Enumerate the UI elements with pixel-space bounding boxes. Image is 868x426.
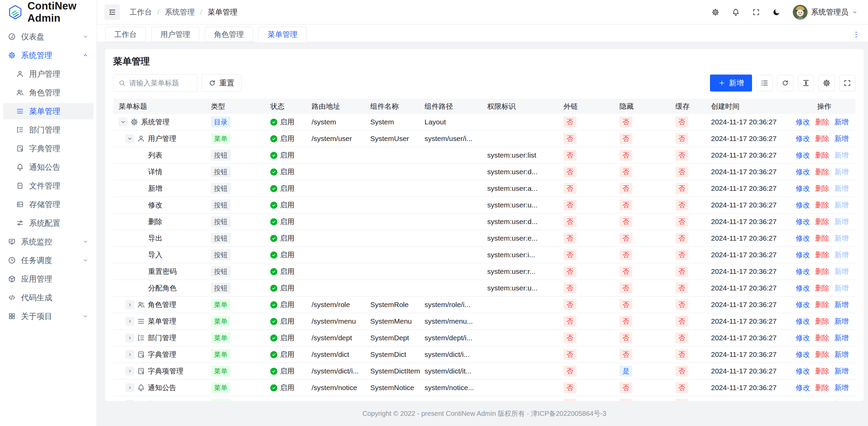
modify-link[interactable]: 修改 — [796, 184, 810, 193]
delete-link[interactable]: 删除 — [815, 366, 829, 376]
delete-link[interactable]: 删除 — [815, 167, 829, 177]
delete-link[interactable]: 删除 — [815, 283, 829, 293]
modify-link[interactable]: 修改 — [796, 117, 810, 127]
sidebar-item-notice[interactable]: 通知公告 — [3, 159, 94, 175]
status-label: 启用 — [280, 333, 294, 343]
modify-link[interactable]: 修改 — [796, 300, 810, 309]
delete-link[interactable]: 删除 — [815, 350, 829, 359]
sidebar-item-file[interactable]: 文件管理 — [3, 178, 94, 194]
sidebar-item-dept[interactable]: 部门管理 — [3, 122, 94, 138]
delete-link[interactable]: 删除 — [815, 184, 829, 193]
modify-link[interactable]: 修改 — [796, 167, 810, 177]
delete-link[interactable]: 删除 — [815, 250, 829, 260]
sidebar-item-codegen[interactable]: 代码生成 — [3, 289, 94, 306]
sidebar-collapse-button[interactable] — [104, 4, 120, 20]
modify-link[interactable]: 修改 — [796, 366, 810, 376]
breadcrumb-item[interactable]: 工作台 — [130, 7, 152, 17]
add-link[interactable]: 新增 — [834, 333, 849, 343]
expand-toggle[interactable] — [125, 134, 134, 143]
hidden-cell: 否 — [617, 266, 673, 277]
tab-角色管理[interactable]: 角色管理 — [205, 27, 253, 42]
expand-toggle[interactable] — [125, 367, 134, 376]
tab-工作台[interactable]: 工作台 — [105, 27, 146, 42]
sidebar-item-system[interactable]: 系统管理 — [3, 47, 94, 63]
tab-用户管理[interactable]: 用户管理 — [151, 27, 199, 42]
sidebar-item-config[interactable]: 系统配置 — [3, 215, 94, 231]
menu-title: 用户管理 — [148, 134, 176, 143]
delete-link[interactable]: 删除 — [815, 150, 829, 160]
table-settings-button[interactable] — [818, 75, 835, 91]
delete-link[interactable]: 删除 — [815, 267, 829, 276]
expand-toggle[interactable] — [125, 300, 134, 309]
status-badge: 启用 — [270, 184, 309, 193]
modify-link[interactable]: 修改 — [796, 283, 810, 293]
notifications-button[interactable] — [732, 8, 740, 16]
toolbar-right: 新增 — [710, 75, 855, 92]
modify-link[interactable]: 修改 — [796, 383, 810, 392]
sidebar-item-schedule[interactable]: 任务调度 — [3, 252, 94, 268]
tab-list-menu-button[interactable] — [852, 31, 860, 38]
add-link[interactable]: 新增 — [834, 117, 849, 127]
menu-title-cell: 菜单管理 — [113, 317, 208, 326]
modify-link[interactable]: 修改 — [796, 250, 810, 260]
add-link[interactable]: 新增 — [834, 317, 849, 326]
modify-link[interactable]: 修改 — [796, 400, 810, 401]
add-link[interactable]: 新增 — [834, 400, 849, 401]
expand-toggle[interactable] — [125, 333, 134, 342]
settings-button[interactable] — [711, 8, 719, 16]
modify-link[interactable]: 修改 — [796, 200, 810, 210]
delete-link[interactable]: 删除 — [815, 333, 829, 343]
theme-toggle-button[interactable] — [772, 8, 781, 16]
user-menu[interactable]: 系统管理员 — [793, 5, 858, 20]
sidebar-item-dict[interactable]: 字典管理 — [3, 140, 94, 157]
sidebar-item-menu[interactable]: 菜单管理 — [3, 103, 94, 119]
add-button[interactable]: 新增 — [710, 75, 752, 92]
sidebar-item-dashboard[interactable]: 仪表盘 — [3, 28, 94, 45]
modify-link[interactable]: 修改 — [796, 234, 810, 243]
add-link[interactable]: 新增 — [834, 366, 849, 376]
expand-toggle[interactable] — [119, 118, 127, 126]
delete-link[interactable]: 删除 — [815, 317, 829, 326]
refresh-table-button[interactable] — [777, 75, 793, 91]
status-cell: 启用 — [268, 267, 309, 276]
delete-link[interactable]: 删除 — [815, 400, 829, 401]
sidebar-item-app[interactable]: 应用管理 — [3, 271, 94, 287]
expand-toggle[interactable] — [125, 383, 134, 392]
tab-菜单管理[interactable]: 菜单管理 — [258, 27, 307, 42]
sidebar-item-role[interactable]: 角色管理 — [3, 84, 94, 101]
table-fullscreen-button[interactable] — [839, 75, 855, 91]
modify-link[interactable]: 修改 — [796, 134, 810, 143]
sidebar-item-monitor[interactable]: 系统监控 — [3, 234, 94, 250]
modify-link[interactable]: 修改 — [796, 217, 810, 226]
delete-link[interactable]: 删除 — [815, 200, 829, 210]
add-link[interactable]: 新增 — [834, 350, 849, 359]
list-view-button[interactable] — [756, 75, 773, 91]
delete-link[interactable]: 删除 — [815, 234, 829, 243]
expand-toggle[interactable] — [125, 400, 134, 401]
modify-link[interactable]: 修改 — [796, 350, 810, 359]
sidebar-item-about[interactable]: 关于项目 — [3, 308, 94, 324]
modify-link[interactable]: 修改 — [796, 267, 810, 276]
delete-link[interactable]: 删除 — [815, 117, 829, 127]
sidebar-item-storage[interactable]: 存储管理 — [3, 196, 94, 212]
expand-toggle[interactable] — [125, 350, 134, 359]
menu-title: 分配角色 — [148, 283, 177, 293]
row-height-button[interactable] — [798, 75, 814, 91]
add-link[interactable]: 新增 — [834, 300, 849, 309]
add-link[interactable]: 新增 — [834, 383, 849, 392]
search-input[interactable] — [129, 79, 192, 87]
status-badge: 启用 — [270, 383, 309, 392]
expand-toggle[interactable] — [125, 317, 134, 326]
modify-link[interactable]: 修改 — [796, 317, 810, 326]
delete-link[interactable]: 删除 — [815, 217, 829, 226]
modify-link[interactable]: 修改 — [796, 150, 810, 160]
delete-link[interactable]: 删除 — [815, 300, 829, 309]
modify-link[interactable]: 修改 — [796, 333, 810, 343]
fullscreen-button[interactable] — [752, 8, 760, 16]
add-link[interactable]: 新增 — [834, 134, 849, 143]
reset-button[interactable]: 重置 — [201, 74, 241, 92]
delete-link[interactable]: 删除 — [815, 134, 829, 143]
sidebar-item-user[interactable]: 用户管理 — [3, 66, 94, 82]
breadcrumb-item[interactable]: 系统管理 — [165, 7, 195, 17]
delete-link[interactable]: 删除 — [815, 383, 829, 392]
